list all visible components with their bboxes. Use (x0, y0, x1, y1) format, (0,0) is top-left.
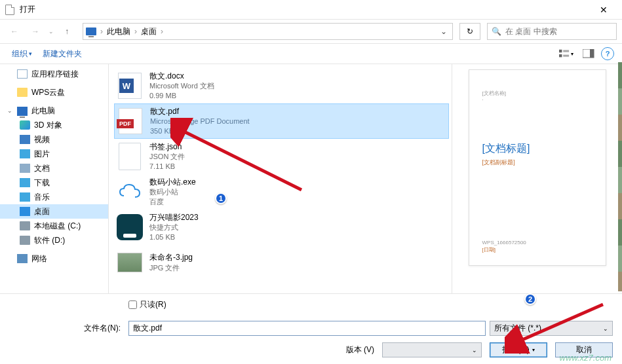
tree-pictures[interactable]: 图片 (0, 147, 108, 161)
app-icon (117, 214, 143, 240)
new-folder-button[interactable]: 新建文件夹 (39, 47, 86, 61)
word-icon: W (119, 79, 134, 93)
organize-menu[interactable]: 组织 ▾ (8, 47, 36, 61)
search-input[interactable] (505, 27, 612, 36)
folder-tree: 应用程序链接 WPS云盘 ⌄此电脑 3D 对象 视频 图片 文档 下载 音乐 桌… (0, 64, 109, 293)
file-list: W 散文.docxMicrosoft Word 文档0.99 MB PDF 散文… (109, 64, 452, 293)
image-thumb (117, 253, 142, 272)
svg-rect-1 (563, 50, 569, 51)
file-item-jpg[interactable]: 未命名-3.jpgJPG 文件 (114, 245, 449, 280)
search-box[interactable]: 🔍 (487, 23, 617, 40)
svg-rect-4 (563, 55, 569, 56)
svg-rect-7 (590, 49, 594, 58)
preview-document: [文档名称] · [文档标题] [文档副标题] WPS_1666572500 [… (469, 69, 606, 266)
svg-rect-5 (563, 56, 569, 57)
tree-videos[interactable]: 视频 (0, 132, 108, 147)
readonly-label[interactable]: 只读(R) (140, 299, 166, 310)
chevron-down-icon: ⌄ (603, 325, 608, 332)
chevron-right-icon: › (134, 27, 137, 36)
address-bar[interactable]: › 此电脑 › 桌面 › ⌄ (83, 23, 453, 40)
tree-wps[interactable]: WPS云盘 (0, 85, 108, 100)
readonly-checkbox[interactable] (128, 300, 137, 309)
tree-downloads[interactable]: 下载 (0, 175, 108, 190)
file-filter-select[interactable]: 所有文件 (*.*)⌄ (490, 321, 613, 336)
filename-input[interactable] (128, 321, 486, 336)
close-button[interactable]: ✕ (591, 1, 617, 19)
tree-3dobjects[interactable]: 3D 对象 (0, 118, 108, 132)
file-item-docx[interactable]: W 散文.docxMicrosoft Word 文档0.99 MB (114, 68, 449, 103)
svg-rect-3 (559, 54, 562, 57)
chevron-right-icon: › (161, 27, 163, 36)
pdf-icon: PDF (119, 108, 142, 134)
json-icon (119, 143, 141, 170)
svg-rect-2 (563, 51, 569, 52)
tree-documents[interactable]: 文档 (0, 161, 108, 175)
tree-music[interactable]: 音乐 (0, 190, 108, 204)
view-options-button[interactable]: ▾ (559, 47, 573, 60)
cloud-icon (119, 183, 141, 201)
window-title: 打开 (20, 4, 591, 15)
annotation-badge-2: 2 (524, 293, 536, 305)
tree-disk-d[interactable]: 软件 (D:) (0, 233, 108, 247)
svg-rect-0 (559, 50, 562, 52)
file-item-pdf[interactable]: PDF 散文.pdfMicrosoft Edge PDF Document350… (114, 103, 449, 139)
file-item-exe[interactable]: 数码小站.exe数码小站百度 (114, 174, 449, 209)
tree-app-links[interactable]: 应用程序链接 (0, 67, 108, 81)
file-item-json[interactable]: 书签.jsonJSON 文件7.11 KB (114, 139, 449, 174)
open-button[interactable]: 打开(O)▾ (490, 342, 547, 357)
tree-network[interactable]: 网络 (0, 251, 108, 266)
chevron-right-icon: › (100, 27, 103, 36)
version-label: 版本 (V) (346, 344, 374, 355)
file-item-shortcut[interactable]: 万兴喵影2023快捷方式1.05 KB (114, 209, 449, 245)
scrollbar-thumbstrip (618, 62, 622, 291)
tree-disk-c[interactable]: 本地磁盘 (C:) (0, 219, 108, 233)
tree-thispc[interactable]: ⌄此电脑 (0, 103, 108, 118)
app-icon (5, 5, 14, 15)
address-dropdown[interactable]: ⌄ (438, 27, 450, 36)
preview-pane: [文档名称] · [文档标题] [文档副标题] WPS_1666572500 [… (452, 64, 622, 293)
history-dropdown[interactable]: ⌄ (49, 28, 54, 35)
search-icon: 🔍 (492, 27, 501, 36)
annotation-badge-1: 1 (215, 192, 227, 204)
tree-desktop[interactable]: 桌面 (0, 204, 108, 219)
help-button[interactable]: ? (601, 47, 614, 60)
watermark: www.xz7.com (560, 353, 612, 363)
pc-icon (86, 27, 96, 35)
version-select[interactable]: ⌄ (382, 342, 482, 357)
refresh-button[interactable]: ↻ (459, 23, 480, 40)
back-button[interactable]: ← (5, 22, 24, 41)
forward-button[interactable]: → (26, 22, 45, 41)
breadcrumb-thispc[interactable]: 此电脑 (107, 26, 130, 37)
up-button[interactable]: ↑ (58, 22, 76, 41)
preview-pane-button[interactable] (581, 47, 596, 60)
chevron-down-icon: ⌄ (472, 347, 477, 354)
filename-label: 文件名(N): (9, 323, 125, 334)
breadcrumb-desktop[interactable]: 桌面 (141, 26, 157, 37)
